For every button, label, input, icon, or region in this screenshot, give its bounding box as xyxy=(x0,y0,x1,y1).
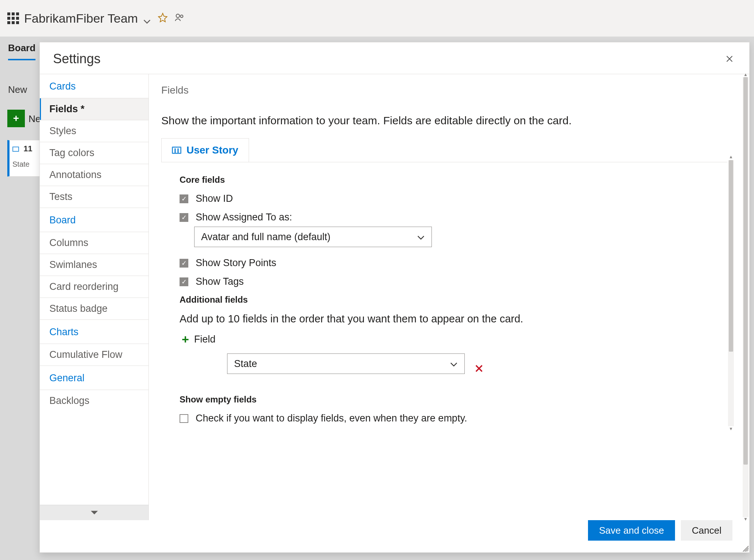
nav-item-card-reordering[interactable]: Card reordering xyxy=(40,276,148,298)
checkbox-show-empty-fields[interactable] xyxy=(180,414,188,423)
story-icon xyxy=(12,147,19,152)
core-fields-heading: Core fields xyxy=(180,175,727,185)
nav-group-general[interactable]: General xyxy=(40,366,148,390)
label-show-assigned-to: Show Assigned To as: xyxy=(196,212,292,223)
settings-left-nav: Cards Fields * Styles Tag colors Annotat… xyxy=(40,74,149,520)
resize-handle[interactable] xyxy=(741,544,749,552)
show-empty-fields-heading: Show empty fields xyxy=(180,394,727,405)
dialog-header: Settings xyxy=(40,42,749,74)
board-card[interactable]: 11 State xyxy=(7,140,40,177)
panel-description: Show the important information to your t… xyxy=(161,114,727,127)
additional-fields-description: Add up to 10 fields in the order that yo… xyxy=(180,313,727,325)
board-icon xyxy=(7,12,19,24)
add-field-button[interactable]: + Field xyxy=(182,333,727,345)
scrollbar-thumb[interactable] xyxy=(743,77,748,465)
scroll-down-icon: ▼ xyxy=(728,426,734,432)
svg-point-1 xyxy=(180,15,183,18)
checkbox-show-story-points[interactable] xyxy=(180,259,188,268)
select-assigned-display[interactable]: Avatar and full name (default) xyxy=(194,227,432,247)
dialog-title: Settings xyxy=(53,51,101,67)
nav-scroll-down-button[interactable] xyxy=(40,505,148,520)
checkbox-show-assigned-to[interactable] xyxy=(180,213,188,222)
chevron-down-icon xyxy=(143,14,151,22)
add-work-item-label: Ne xyxy=(29,113,41,125)
form-scrollbar[interactable]: ▲ ▼ xyxy=(728,160,734,426)
nav-item-status-badge[interactable]: Status badge xyxy=(40,298,148,319)
nav-group-board[interactable]: Board xyxy=(40,208,148,232)
save-and-close-button[interactable]: Save and close xyxy=(588,520,675,541)
label-show-empty-fields: Check if you want to display fields, eve… xyxy=(196,413,467,424)
nav-item-tag-colors[interactable]: Tag colors xyxy=(40,142,148,164)
add-work-item-button[interactable]: + xyxy=(7,110,25,127)
nav-item-annotations[interactable]: Annotations xyxy=(40,164,148,186)
wit-tab-label: User Story xyxy=(186,144,238,156)
column-header-new: New xyxy=(8,84,27,95)
select-added-field-value: State xyxy=(234,358,257,370)
checkbox-show-tags[interactable] xyxy=(180,277,188,286)
card-id: 11 xyxy=(23,144,32,153)
remove-field-button[interactable] xyxy=(471,360,487,377)
select-added-field[interactable]: State xyxy=(227,353,465,374)
select-assigned-value: Avatar and full name (default) xyxy=(201,231,331,243)
label-show-tags: Show Tags xyxy=(196,276,244,287)
scroll-up-icon: ▲ xyxy=(728,154,734,160)
nav-group-cards[interactable]: Cards xyxy=(40,74,148,98)
chevron-down-icon xyxy=(417,233,425,241)
team-picker[interactable]: FabrikamFiber Team xyxy=(7,11,151,26)
checkbox-show-id[interactable] xyxy=(180,194,188,203)
close-button[interactable] xyxy=(723,52,736,65)
label-show-id: Show ID xyxy=(196,193,233,204)
settings-panel: Fields Show the important information to… xyxy=(149,74,749,520)
scroll-down-icon: ▼ xyxy=(743,517,749,522)
label-show-story-points: Show Story Points xyxy=(196,257,276,269)
svg-point-0 xyxy=(176,14,180,18)
panel-scrollbar[interactable]: ▲ ▼ xyxy=(743,77,749,517)
nav-group-charts[interactable]: Charts xyxy=(40,319,148,344)
nav-item-backlogs[interactable]: Backlogs xyxy=(40,390,148,412)
nav-item-columns[interactable]: Columns xyxy=(40,232,148,254)
favorite-star-icon[interactable] xyxy=(158,12,168,24)
user-story-icon xyxy=(172,147,181,154)
nav-item-tests[interactable]: Tests xyxy=(40,186,148,208)
team-members-icon[interactable] xyxy=(174,12,185,24)
dialog-footer: Save and close Cancel xyxy=(40,520,749,552)
panel-title: Fields xyxy=(161,84,727,96)
plus-icon: + xyxy=(182,333,189,345)
settings-dialog: Settings Cards Fields * Styles Tag color… xyxy=(39,42,750,553)
page-header: FabrikamFiber Team xyxy=(0,0,754,37)
add-field-label: Field xyxy=(194,334,216,345)
tab-board[interactable]: Board xyxy=(8,40,35,60)
nav-item-cumulative-flow[interactable]: Cumulative Flow xyxy=(40,344,148,366)
nav-item-fields[interactable]: Fields * xyxy=(40,98,148,120)
nav-item-swimlanes[interactable]: Swimlanes xyxy=(40,254,148,276)
tab-user-story[interactable]: User Story xyxy=(161,138,249,162)
additional-fields-heading: Additional fields xyxy=(180,295,727,305)
nav-item-styles[interactable]: Styles xyxy=(40,120,148,142)
cancel-button[interactable]: Cancel xyxy=(681,520,732,541)
team-name: FabrikamFiber Team xyxy=(24,11,138,26)
scrollbar-thumb[interactable] xyxy=(729,160,733,352)
chevron-down-icon xyxy=(450,360,458,368)
card-state-label: State xyxy=(12,160,37,169)
